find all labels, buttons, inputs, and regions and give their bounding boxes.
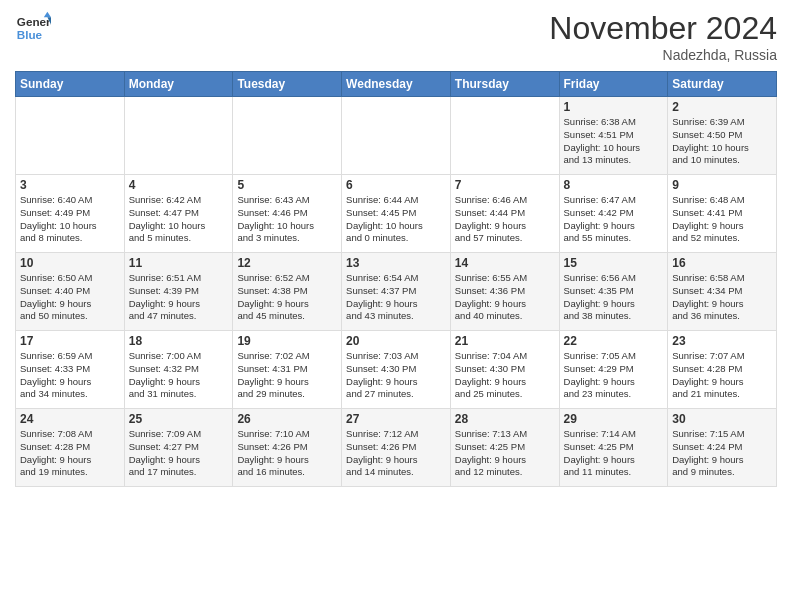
day-number: 23 <box>672 334 772 348</box>
day-number: 5 <box>237 178 337 192</box>
day-number: 26 <box>237 412 337 426</box>
day-info: Sunrise: 6:54 AMSunset: 4:37 PMDaylight:… <box>346 272 446 323</box>
day-number: 11 <box>129 256 229 270</box>
day-number: 17 <box>20 334 120 348</box>
calendar-cell: 2Sunrise: 6:39 AMSunset: 4:50 PMDaylight… <box>668 97 777 175</box>
day-info: Sunrise: 7:12 AMSunset: 4:26 PMDaylight:… <box>346 428 446 479</box>
day-info: Sunrise: 6:42 AMSunset: 4:47 PMDaylight:… <box>129 194 229 245</box>
calendar-table: SundayMondayTuesdayWednesdayThursdayFrid… <box>15 71 777 487</box>
day-info: Sunrise: 7:09 AMSunset: 4:27 PMDaylight:… <box>129 428 229 479</box>
day-info: Sunrise: 7:07 AMSunset: 4:28 PMDaylight:… <box>672 350 772 401</box>
day-info: Sunrise: 7:10 AMSunset: 4:26 PMDaylight:… <box>237 428 337 479</box>
calendar-cell: 18Sunrise: 7:00 AMSunset: 4:32 PMDayligh… <box>124 331 233 409</box>
calendar-cell: 23Sunrise: 7:07 AMSunset: 4:28 PMDayligh… <box>668 331 777 409</box>
day-info: Sunrise: 7:05 AMSunset: 4:29 PMDaylight:… <box>564 350 664 401</box>
calendar-cell: 28Sunrise: 7:13 AMSunset: 4:25 PMDayligh… <box>450 409 559 487</box>
calendar-cell <box>233 97 342 175</box>
calendar-cell: 17Sunrise: 6:59 AMSunset: 4:33 PMDayligh… <box>16 331 125 409</box>
title-block: November 2024 Nadezhda, Russia <box>549 10 777 63</box>
day-info: Sunrise: 6:52 AMSunset: 4:38 PMDaylight:… <box>237 272 337 323</box>
calendar-cell: 10Sunrise: 6:50 AMSunset: 4:40 PMDayligh… <box>16 253 125 331</box>
calendar-cell: 19Sunrise: 7:02 AMSunset: 4:31 PMDayligh… <box>233 331 342 409</box>
day-info: Sunrise: 7:14 AMSunset: 4:25 PMDaylight:… <box>564 428 664 479</box>
day-number: 12 <box>237 256 337 270</box>
day-number: 9 <box>672 178 772 192</box>
calendar-cell <box>342 97 451 175</box>
day-info: Sunrise: 6:55 AMSunset: 4:36 PMDaylight:… <box>455 272 555 323</box>
day-info: Sunrise: 6:51 AMSunset: 4:39 PMDaylight:… <box>129 272 229 323</box>
calendar-cell: 21Sunrise: 7:04 AMSunset: 4:30 PMDayligh… <box>450 331 559 409</box>
day-number: 14 <box>455 256 555 270</box>
main-container: General Blue November 2024 Nadezhda, Rus… <box>0 0 792 492</box>
calendar-cell: 15Sunrise: 6:56 AMSunset: 4:35 PMDayligh… <box>559 253 668 331</box>
calendar-cell: 5Sunrise: 6:43 AMSunset: 4:46 PMDaylight… <box>233 175 342 253</box>
day-info: Sunrise: 7:15 AMSunset: 4:24 PMDaylight:… <box>672 428 772 479</box>
day-info: Sunrise: 6:43 AMSunset: 4:46 PMDaylight:… <box>237 194 337 245</box>
week-row-4: 17Sunrise: 6:59 AMSunset: 4:33 PMDayligh… <box>16 331 777 409</box>
calendar-cell: 13Sunrise: 6:54 AMSunset: 4:37 PMDayligh… <box>342 253 451 331</box>
day-number: 15 <box>564 256 664 270</box>
day-info: Sunrise: 7:00 AMSunset: 4:32 PMDaylight:… <box>129 350 229 401</box>
day-number: 29 <box>564 412 664 426</box>
day-info: Sunrise: 6:47 AMSunset: 4:42 PMDaylight:… <box>564 194 664 245</box>
day-info: Sunrise: 7:08 AMSunset: 4:28 PMDaylight:… <box>20 428 120 479</box>
calendar-cell: 26Sunrise: 7:10 AMSunset: 4:26 PMDayligh… <box>233 409 342 487</box>
calendar-cell: 27Sunrise: 7:12 AMSunset: 4:26 PMDayligh… <box>342 409 451 487</box>
calendar-body: 1Sunrise: 6:38 AMSunset: 4:51 PMDaylight… <box>16 97 777 487</box>
week-row-5: 24Sunrise: 7:08 AMSunset: 4:28 PMDayligh… <box>16 409 777 487</box>
calendar-cell: 11Sunrise: 6:51 AMSunset: 4:39 PMDayligh… <box>124 253 233 331</box>
day-info: Sunrise: 6:39 AMSunset: 4:50 PMDaylight:… <box>672 116 772 167</box>
day-number: 21 <box>455 334 555 348</box>
week-row-3: 10Sunrise: 6:50 AMSunset: 4:40 PMDayligh… <box>16 253 777 331</box>
day-header-sunday: Sunday <box>16 72 125 97</box>
month-title: November 2024 <box>549 10 777 47</box>
day-number: 18 <box>129 334 229 348</box>
day-number: 19 <box>237 334 337 348</box>
calendar-cell: 9Sunrise: 6:48 AMSunset: 4:41 PMDaylight… <box>668 175 777 253</box>
calendar-cell: 29Sunrise: 7:14 AMSunset: 4:25 PMDayligh… <box>559 409 668 487</box>
calendar-cell <box>124 97 233 175</box>
header: General Blue November 2024 Nadezhda, Rus… <box>15 10 777 63</box>
day-number: 7 <box>455 178 555 192</box>
day-info: Sunrise: 6:40 AMSunset: 4:49 PMDaylight:… <box>20 194 120 245</box>
day-number: 28 <box>455 412 555 426</box>
day-info: Sunrise: 6:58 AMSunset: 4:34 PMDaylight:… <box>672 272 772 323</box>
svg-text:Blue: Blue <box>17 28 43 41</box>
day-info: Sunrise: 6:50 AMSunset: 4:40 PMDaylight:… <box>20 272 120 323</box>
day-info: Sunrise: 6:44 AMSunset: 4:45 PMDaylight:… <box>346 194 446 245</box>
day-number: 22 <box>564 334 664 348</box>
day-number: 13 <box>346 256 446 270</box>
calendar-cell: 7Sunrise: 6:46 AMSunset: 4:44 PMDaylight… <box>450 175 559 253</box>
calendar-cell: 24Sunrise: 7:08 AMSunset: 4:28 PMDayligh… <box>16 409 125 487</box>
day-number: 10 <box>20 256 120 270</box>
day-number: 27 <box>346 412 446 426</box>
week-row-2: 3Sunrise: 6:40 AMSunset: 4:49 PMDaylight… <box>16 175 777 253</box>
day-info: Sunrise: 6:59 AMSunset: 4:33 PMDaylight:… <box>20 350 120 401</box>
calendar-cell: 30Sunrise: 7:15 AMSunset: 4:24 PMDayligh… <box>668 409 777 487</box>
day-info: Sunrise: 7:04 AMSunset: 4:30 PMDaylight:… <box>455 350 555 401</box>
day-info: Sunrise: 7:03 AMSunset: 4:30 PMDaylight:… <box>346 350 446 401</box>
day-info: Sunrise: 6:48 AMSunset: 4:41 PMDaylight:… <box>672 194 772 245</box>
calendar-cell: 16Sunrise: 6:58 AMSunset: 4:34 PMDayligh… <box>668 253 777 331</box>
day-header-saturday: Saturday <box>668 72 777 97</box>
location: Nadezhda, Russia <box>549 47 777 63</box>
day-info: Sunrise: 7:02 AMSunset: 4:31 PMDaylight:… <box>237 350 337 401</box>
day-header-monday: Monday <box>124 72 233 97</box>
calendar-cell: 6Sunrise: 6:44 AMSunset: 4:45 PMDaylight… <box>342 175 451 253</box>
day-header-wednesday: Wednesday <box>342 72 451 97</box>
calendar-cell <box>16 97 125 175</box>
calendar-cell: 14Sunrise: 6:55 AMSunset: 4:36 PMDayligh… <box>450 253 559 331</box>
calendar-cell: 25Sunrise: 7:09 AMSunset: 4:27 PMDayligh… <box>124 409 233 487</box>
day-number: 20 <box>346 334 446 348</box>
calendar-cell: 1Sunrise: 6:38 AMSunset: 4:51 PMDaylight… <box>559 97 668 175</box>
day-info: Sunrise: 7:13 AMSunset: 4:25 PMDaylight:… <box>455 428 555 479</box>
day-number: 1 <box>564 100 664 114</box>
calendar-cell <box>450 97 559 175</box>
day-header-thursday: Thursday <box>450 72 559 97</box>
calendar-cell: 8Sunrise: 6:47 AMSunset: 4:42 PMDaylight… <box>559 175 668 253</box>
calendar-header-row: SundayMondayTuesdayWednesdayThursdayFrid… <box>16 72 777 97</box>
calendar-cell: 3Sunrise: 6:40 AMSunset: 4:49 PMDaylight… <box>16 175 125 253</box>
calendar-cell: 22Sunrise: 7:05 AMSunset: 4:29 PMDayligh… <box>559 331 668 409</box>
day-info: Sunrise: 6:56 AMSunset: 4:35 PMDaylight:… <box>564 272 664 323</box>
day-number: 25 <box>129 412 229 426</box>
